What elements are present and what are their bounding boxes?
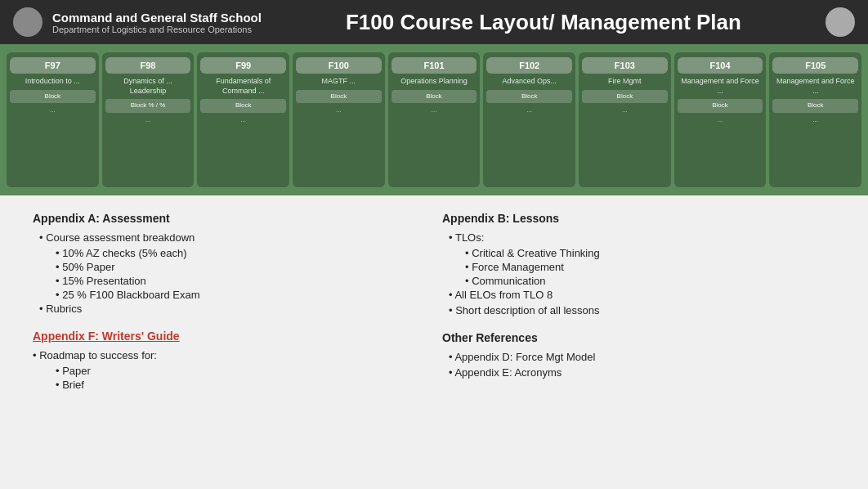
tile-title-6: Fire Mgmt xyxy=(608,77,642,87)
other-ref-item-0: Appendix D: Force Mgt Model xyxy=(442,351,835,363)
appendix-f-title[interactable]: Appendix F: Writers' Guide xyxy=(33,330,426,343)
appendix-b-section: Appendix B: Lessons TLOs:Critical & Crea… xyxy=(442,212,835,316)
other-references-section: Other References Appendix D: Force Mgt M… xyxy=(442,331,835,379)
page-title: F100 Course Layout/ Management Plan xyxy=(262,10,825,35)
appendix-a-section: Appendix A: Assessment Course assessment… xyxy=(33,212,426,315)
appendix-b-sub-0-1: Force Management xyxy=(442,261,835,273)
school-logo-icon xyxy=(13,7,43,37)
tile-title-1: Dynamics of ... Leadership xyxy=(105,77,191,96)
tile-title-4: Operations Planning xyxy=(400,77,468,87)
tile-badge-8: F105 xyxy=(772,57,858,74)
right-column: Appendix B: Lessons TLOs:Critical & Crea… xyxy=(442,212,835,393)
appendix-b-item-1: All ELOs from TLO 8 xyxy=(442,289,835,301)
tile-footer-1: ... xyxy=(145,116,151,123)
tile-title-5: Advanced Ops... xyxy=(502,77,557,87)
other-ref-item-1: Appendix E: Acronyms xyxy=(442,366,835,379)
tile-sub-8: Block xyxy=(772,99,858,112)
other-references-list: Appendix D: Force Mgt ModelAppendix E: A… xyxy=(442,351,835,379)
appendix-a-item-1: Rubrics xyxy=(33,303,426,315)
tile-badge-6: F103 xyxy=(582,57,668,74)
appendix-b-sub-0-2: Communication xyxy=(442,275,835,287)
tile-sub-7: Block xyxy=(678,99,763,112)
tile-sub-5: Block xyxy=(486,90,572,103)
course-tile-4[interactable]: F101Operations PlanningBlock... xyxy=(388,52,481,187)
other-references-title: Other References xyxy=(442,331,835,344)
tile-sub-4: Block xyxy=(391,90,477,103)
appendix-a-list: Course assessment breakdown10% AZ checks… xyxy=(33,231,426,315)
course-tile-2[interactable]: F99Fundamentals of Command ...Block... xyxy=(197,52,289,187)
appendix-b-sub-0-0: Critical & Creative Thinking xyxy=(442,247,835,259)
appendix-f-intro: Roadmap to success for: xyxy=(33,349,426,361)
content-area: Appendix A: Assessment Course assessment… xyxy=(0,195,868,409)
course-tile-0[interactable]: F97Introduction to ...Block... xyxy=(7,52,99,187)
tile-badge-5: F102 xyxy=(486,57,572,74)
tile-footer-0: ... xyxy=(50,106,56,114)
tile-footer-7: ... xyxy=(718,116,723,123)
tile-sub-6: Block xyxy=(582,90,668,103)
tile-title-0: Introduction to ... xyxy=(25,77,80,87)
left-column: Appendix A: Assessment Course assessment… xyxy=(33,212,426,393)
appendix-a-item-0: Course assessment breakdown xyxy=(33,231,426,244)
user-avatar-icon xyxy=(825,7,855,37)
tile-badge-1: F98 xyxy=(105,57,191,74)
tile-footer-3: ... xyxy=(336,106,342,114)
appendix-a-sub-0-1: 50% Paper xyxy=(33,261,426,273)
appendix-f-section: Appendix F: Writers' Guide Roadmap to su… xyxy=(33,330,426,391)
appendix-f-list: PaperBrief xyxy=(33,365,426,391)
appendix-b-item-2: Short description of all lessons xyxy=(442,304,835,316)
tile-footer-5: ... xyxy=(526,106,532,114)
appendix-a-sub-0-3: 25 % F100 Blackboard Exam xyxy=(33,289,426,301)
appendix-f-item-0: Paper xyxy=(33,365,426,377)
tile-badge-4: F101 xyxy=(391,57,477,74)
course-tile-7[interactable]: F104Management and Force ...Block... xyxy=(674,52,767,187)
tile-sub-0: Block xyxy=(10,90,96,103)
tile-sub-3: Block xyxy=(296,90,382,103)
header-title: Command and General Staff School xyxy=(52,11,262,25)
tile-title-7: Management and Force ... xyxy=(678,77,763,96)
tile-badge-3: F100 xyxy=(296,57,382,74)
tile-footer-8: ... xyxy=(812,116,818,123)
tile-title-8: Management and Force ... xyxy=(772,77,858,96)
course-tile-5[interactable]: F102Advanced Ops...Block... xyxy=(483,52,575,187)
appendix-b-list: TLOs:Critical & Creative ThinkingForce M… xyxy=(442,231,835,316)
appendix-b-item-0: TLOs: xyxy=(442,231,835,244)
course-tile-1[interactable]: F98Dynamics of ... LeadershipBlock % / %… xyxy=(102,52,195,187)
course-tiles-area: F97Introduction to ...Block...F98Dynamic… xyxy=(0,44,868,195)
header: Command and General Staff School Departm… xyxy=(0,0,868,44)
tile-title-3: MAGTF ... xyxy=(322,77,356,87)
tile-footer-2: ... xyxy=(240,116,246,123)
course-tile-6[interactable]: F103Fire MgmtBlock... xyxy=(579,52,671,187)
tile-footer-6: ... xyxy=(622,106,628,114)
appendix-a-sub-0-2: 15% Presentation xyxy=(33,275,426,287)
header-text: Command and General Staff School Departm… xyxy=(52,11,262,34)
appendix-b-title: Appendix B: Lessons xyxy=(442,212,835,225)
tile-sub-2: Block xyxy=(200,99,286,112)
appendix-f-item-1: Brief xyxy=(33,379,426,391)
tile-title-2: Fundamentals of Command ... xyxy=(200,77,286,96)
tile-badge-2: F99 xyxy=(200,57,286,74)
tile-badge-0: F97 xyxy=(10,57,96,74)
course-tile-3[interactable]: F100MAGTF ...Block... xyxy=(293,52,385,187)
tile-sub-1: Block % / % xyxy=(105,99,191,112)
appendix-a-sub-0-0: 10% AZ checks (5% each) xyxy=(33,247,426,259)
tile-footer-4: ... xyxy=(432,106,437,114)
course-tile-8[interactable]: F105Management and Force ...Block... xyxy=(769,52,861,187)
appendix-a-title: Appendix A: Assessment xyxy=(33,212,426,225)
header-subtitle: Department of Logistics and Resource Ope… xyxy=(52,25,262,34)
tile-badge-7: F104 xyxy=(678,57,763,74)
